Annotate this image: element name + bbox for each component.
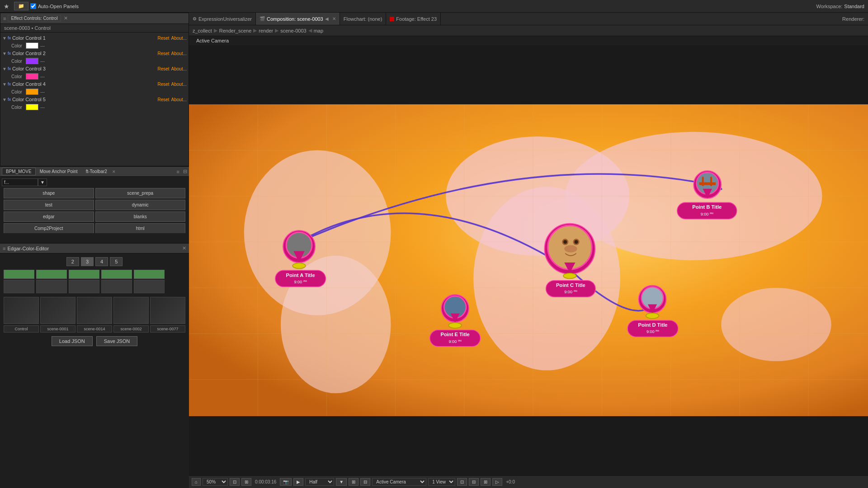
view-btn-3[interactable]: ⊞ [481, 478, 491, 486]
render-btn[interactable]: ▷ [492, 478, 502, 486]
grid-btn[interactable]: ⊞ [349, 478, 359, 486]
edgar-close-icon[interactable]: ✕ [182, 245, 186, 251]
reset-1-btn[interactable]: Reset [157, 36, 169, 41]
swatch-dark-5[interactable] [134, 280, 165, 293]
scene-prepa-btn[interactable]: scene_prepa [95, 188, 186, 198]
color-5-swatch[interactable] [26, 104, 38, 110]
reset-5-btn[interactable]: Reset [157, 97, 169, 102]
ft-toolbar-close[interactable]: ✕ [112, 169, 116, 174]
expand-3[interactable]: ▼ [2, 66, 7, 71]
view-btn-1[interactable]: ⊡ [457, 478, 467, 486]
swatch-green-4[interactable] [101, 270, 132, 279]
about-4-btn[interactable]: About... [171, 82, 187, 87]
comp-scene-0014-preview[interactable] [77, 297, 112, 324]
swatch-dark-2[interactable] [36, 280, 67, 293]
view-select[interactable]: Active Camera [372, 478, 426, 486]
color-2-swatch[interactable] [26, 58, 38, 64]
edgar-tab-3[interactable]: 3 [81, 257, 94, 266]
comp-tab-close[interactable]: ✕ [332, 16, 336, 21]
edgar-tab-5[interactable]: 5 [110, 257, 123, 266]
comp-scene-0014[interactable]: scene-0014 [77, 297, 112, 333]
bpm-search-input[interactable] [2, 178, 38, 186]
camera-icon-btn[interactable]: 📷 [280, 478, 292, 486]
expand-2[interactable]: ▼ [2, 51, 7, 56]
comp-control-preview[interactable] [4, 297, 39, 324]
comp2project-btn[interactable]: Comp2Project [4, 223, 94, 233]
bpm-panel-close[interactable]: ⊟ [183, 169, 187, 174]
breadcrumb-z-collect[interactable]: z_collect [193, 28, 212, 33]
comp-scene-0001[interactable]: scene-0001 [40, 297, 75, 333]
about-3-btn[interactable]: About... [171, 66, 187, 71]
ft-toolbar-tab[interactable]: ft-Toolbar2 [82, 168, 111, 175]
play-btn[interactable]: ▶ [293, 478, 303, 486]
comp-scene-0002-preview[interactable] [113, 297, 149, 324]
breadcrumb-map[interactable]: map [314, 28, 323, 33]
zoom-select[interactable]: 50% 100% 25% [203, 478, 228, 486]
comp-scene-0001-preview[interactable] [40, 297, 75, 324]
tab-expression-universalizer[interactable]: ⚙ ExpressionUniversalizer [189, 13, 256, 25]
edgar-menu-icon[interactable]: ≡ [3, 246, 5, 251]
swatch-dark-4[interactable] [101, 280, 132, 293]
file-button[interactable]: 📁 [14, 2, 28, 10]
tab-footage[interactable]: Footage: Effect 23 [386, 13, 441, 25]
color-1-swatch[interactable] [26, 42, 38, 49]
swatch-dark-1[interactable] [4, 280, 34, 293]
breadcrumb-scene-0003[interactable]: scene-0003 [280, 28, 307, 33]
color-4-swatch[interactable] [26, 89, 38, 95]
effect-controls-close[interactable]: ✕ [64, 15, 68, 21]
expand-5[interactable]: ▼ [2, 97, 7, 102]
swatch-green-2[interactable] [36, 270, 67, 279]
comp-scene-0077-label[interactable]: scene-0077 [150, 325, 185, 333]
breadcrumb-render-scene[interactable]: Render_scene [219, 28, 252, 33]
swatch-green-5[interactable] [134, 270, 165, 279]
edgar-btn[interactable]: edgar [4, 211, 94, 222]
about-2-btn[interactable]: About... [171, 51, 187, 56]
comp-scene-0002-label[interactable]: scene-0002 [113, 325, 149, 333]
quality-btn[interactable]: ▼ [336, 478, 347, 486]
edgar-tab-4[interactable]: 4 [95, 257, 108, 266]
comp-scene-0002[interactable]: scene-0002 [113, 297, 149, 333]
edgar-tab-2[interactable]: 2 [66, 257, 79, 266]
effect-controls-tab[interactable]: Effect Controls: Control [8, 15, 61, 22]
comp-scene-0014-label[interactable]: scene-0014 [77, 325, 112, 333]
swatch-green-3[interactable] [69, 270, 99, 279]
comp-scene-0077-preview[interactable] [150, 297, 185, 324]
quality-select[interactable]: Half Full Quarter [305, 478, 334, 486]
swatch-green-1[interactable] [4, 270, 34, 279]
pixel-btn[interactable]: ⊞ [241, 478, 251, 486]
breadcrumb-render[interactable]: render [259, 28, 273, 33]
panel-menu-icon[interactable]: ≡ [3, 16, 6, 21]
bpm-dropdown-btn[interactable]: ▼ [38, 178, 47, 186]
about-5-btn[interactable]: About... [171, 97, 187, 102]
move-anchor-tab[interactable]: Move Anchor Point [36, 168, 82, 175]
auto-open-checkbox[interactable] [30, 3, 36, 9]
view-btn-2[interactable]: ⊟ [469, 478, 479, 486]
save-json-btn[interactable]: Save JSON [96, 336, 137, 346]
bpm-move-tab[interactable]: BPM_MOVE [2, 168, 36, 175]
color-3-swatch[interactable] [26, 73, 38, 80]
view-count-select[interactable]: 1 View [428, 478, 455, 486]
html-btn[interactable]: html [95, 223, 186, 233]
comp-control[interactable]: Control [4, 297, 39, 333]
home-btn[interactable]: ⌂ [192, 478, 201, 486]
tab-composition[interactable]: 🎬 Composition: scene-0003 ◀ ✕ [256, 13, 340, 25]
dynamic-btn[interactable]: dynamic [95, 200, 186, 210]
reset-3-btn[interactable]: Reset [157, 66, 169, 71]
reset-2-btn[interactable]: Reset [157, 51, 169, 56]
expand-1[interactable]: ▼ [2, 36, 7, 41]
fit-btn[interactable]: ⊡ [230, 478, 240, 486]
bpm-menu-icon[interactable]: ≡ [177, 169, 179, 174]
comp-tab-arrow[interactable]: ◀ [325, 16, 329, 21]
shape-btn[interactable]: shape [4, 188, 94, 198]
blanks-btn[interactable]: blanks [95, 211, 186, 222]
about-1-btn[interactable]: About... [171, 36, 187, 41]
comp-control-label[interactable]: Control [4, 325, 39, 333]
expand-4[interactable]: ▼ [2, 82, 7, 87]
reset-4-btn[interactable]: Reset [157, 82, 169, 87]
comp-scene-0001-label[interactable]: scene-0001 [40, 325, 75, 333]
comp-scene-0077[interactable]: scene-0077 [150, 297, 185, 333]
load-json-btn[interactable]: Load JSON [52, 336, 93, 346]
swatch-dark-3[interactable] [69, 280, 99, 293]
tab-flowchart[interactable]: Flowchart: (none) [340, 13, 387, 25]
grid2-btn[interactable]: ⊟ [360, 478, 370, 486]
